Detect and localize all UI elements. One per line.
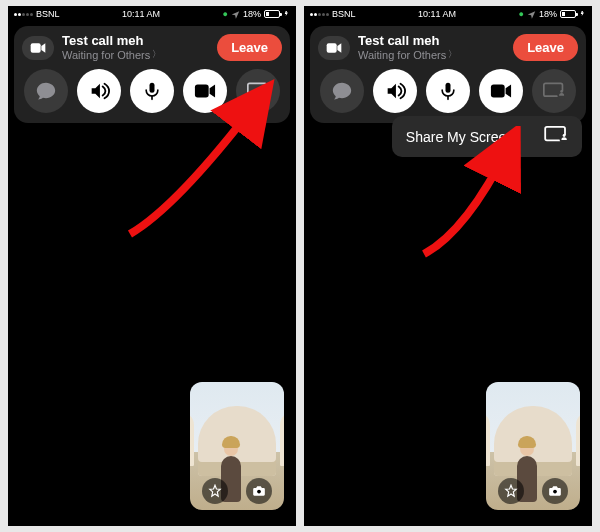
battery-pct: 18% <box>243 9 261 19</box>
call-subtitle: Waiting for Others 〉 <box>358 49 505 61</box>
speaker-button[interactable] <box>77 69 121 113</box>
effects-button[interactable] <box>202 478 228 504</box>
status-left: BSNL <box>310 9 356 19</box>
svg-point-12 <box>560 90 563 93</box>
chevron-right-icon: 〉 <box>152 50 161 60</box>
svg-point-6 <box>257 490 261 494</box>
do-not-disturb-icon: ● <box>519 9 524 19</box>
svg-rect-8 <box>446 83 451 93</box>
capture-button[interactable] <box>542 478 568 504</box>
call-subtitle-text: Waiting for Others <box>62 49 150 61</box>
panel-header: Test call meh Waiting for Others 〉 Leave <box>318 34 578 61</box>
call-panel: Test call meh Waiting for Others 〉 Leave <box>310 26 586 123</box>
battery-icon <box>560 10 576 18</box>
capture-button[interactable] <box>246 478 272 504</box>
clock: 10:11 AM <box>122 9 160 19</box>
carrier-label: BSNL <box>36 9 60 19</box>
battery-pct: 18% <box>539 9 557 19</box>
location-icon <box>231 10 240 19</box>
svg-rect-0 <box>31 43 41 52</box>
call-title: Test call meh <box>358 34 505 48</box>
leave-button[interactable]: Leave <box>513 34 578 61</box>
svg-rect-9 <box>491 85 505 98</box>
self-view-thumbnail[interactable] <box>486 382 580 510</box>
self-view-thumbnail[interactable] <box>190 382 284 510</box>
status-right: ● 18% <box>223 9 290 20</box>
chevron-right-icon: 〉 <box>448 50 457 60</box>
camera-toggle-button[interactable] <box>183 69 227 113</box>
status-bar: BSNL 10:11 AM ● 18% <box>8 6 296 22</box>
effects-button[interactable] <box>498 478 524 504</box>
panel-header: Test call meh Waiting for Others 〉 Leave <box>22 34 282 61</box>
facetime-icon <box>318 36 350 60</box>
messages-button[interactable] <box>24 69 68 113</box>
signal-dots-icon <box>14 13 33 16</box>
charging-icon <box>284 9 290 20</box>
call-subtitle: Waiting for Others 〉 <box>62 49 209 61</box>
call-subtitle-text: Waiting for Others <box>358 49 446 61</box>
battery-icon <box>264 10 280 18</box>
controls-row <box>318 69 578 113</box>
signal-dots-icon <box>310 13 329 16</box>
call-title: Test call meh <box>62 34 209 48</box>
mute-button[interactable] <box>426 69 470 113</box>
svg-rect-1 <box>150 83 155 93</box>
speaker-button[interactable] <box>373 69 417 113</box>
call-title-wrap[interactable]: Test call meh Waiting for Others 〉 <box>62 34 209 60</box>
controls-row <box>22 69 282 113</box>
share-screen-icon <box>544 126 568 147</box>
facetime-icon <box>22 36 54 60</box>
phone-screenshot-left: BSNL 10:11 AM ● 18% Test <box>8 6 296 526</box>
status-left: BSNL <box>14 9 60 19</box>
call-panel: Test call meh Waiting for Others 〉 Leave <box>14 26 290 123</box>
location-icon <box>527 10 536 19</box>
svg-rect-7 <box>327 43 337 52</box>
messages-button[interactable] <box>320 69 364 113</box>
phone-screenshot-right: BSNL 10:11 AM ● 18% Test <box>304 6 592 526</box>
share-my-screen-label: Share My Screen <box>406 129 514 145</box>
carrier-label: BSNL <box>332 9 356 19</box>
call-title-wrap[interactable]: Test call meh Waiting for Others 〉 <box>358 34 505 60</box>
share-my-screen-menu-item[interactable]: Share My Screen <box>392 116 582 157</box>
svg-rect-2 <box>195 85 209 98</box>
mute-button[interactable] <box>130 69 174 113</box>
share-screen-button[interactable] <box>236 69 280 113</box>
status-right: ● 18% <box>519 9 586 20</box>
stage: BSNL 10:11 AM ● 18% Test <box>0 0 600 532</box>
charging-icon <box>580 9 586 20</box>
camera-toggle-button[interactable] <box>479 69 523 113</box>
svg-point-16 <box>553 490 557 494</box>
status-bar: BSNL 10:11 AM ● 18% <box>304 6 592 22</box>
share-screen-button[interactable] <box>532 69 576 113</box>
svg-point-15 <box>563 134 566 137</box>
do-not-disturb-icon: ● <box>223 9 228 19</box>
leave-button[interactable]: Leave <box>217 34 282 61</box>
svg-point-5 <box>264 90 267 93</box>
clock: 10:11 AM <box>418 9 456 19</box>
